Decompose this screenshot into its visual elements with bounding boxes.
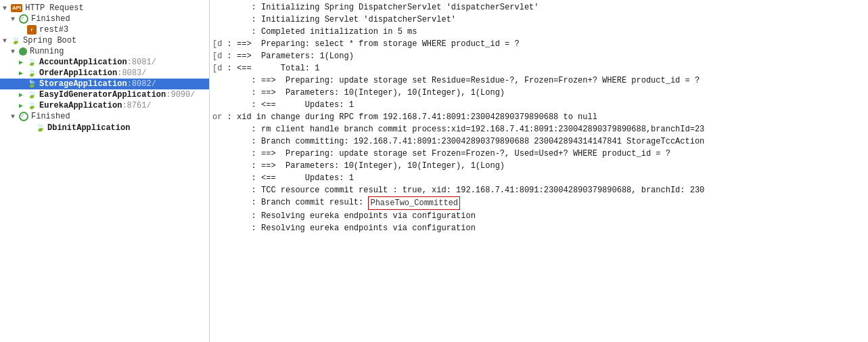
account-port-label: :8081/ [127,58,156,67]
eureka-app-label: EurekaApplication [39,101,122,110]
log-text-9: : <== Updates: 1 [212,99,354,111]
log-text-16: : TCC resource commit result : true, xid… [212,184,704,196]
http-request-label: HTTP Request [25,3,83,13]
rest-icon: r [27,25,37,35]
log-text-8: : ==> Parameters: 10(Integer), 10(Intege… [212,87,505,99]
log-text-12: : Branch committing: 192.168.7.41:8091:2… [212,135,704,148]
easyid-app-label: EasyIdGeneratorApplication [39,90,166,100]
finished-icon-1 [19,14,28,24]
arrow-spring: ▼ [3,37,11,45]
arrow-eureka: ▶ [19,102,27,110]
log-line-7: : ==> Preparing: update storage set Resi… [212,74,865,87]
log-line-8: : ==> Parameters: 10(Integer), 10(Intege… [212,87,865,99]
phase-two-committed-highlight: PhaseTwo_Committed [368,196,460,210]
log-line-9: : <== Updates: 1 [212,99,865,111]
log-panel: : Initializing Spring DispatcherServlet … [210,0,868,342]
eureka-icon: 🍃 [27,101,37,110]
spring-icon: 🍃 [11,36,20,45]
log-text-19: : Resolving eureka endpoints via configu… [212,222,476,234]
log-line-14: : ==> Parameters: 10(Integer), 10(Intege… [212,160,865,172]
log-line-1: : Initializing Spring DispatcherServlet … [212,1,865,14]
dbinit-icon: 🍃 [35,123,45,133]
tree-item-running[interactable]: ▼ Running [0,46,209,57]
arrow-easyid: ▶ [19,91,27,99]
log-text-7: : ==> Preparing: update storage set Resi… [212,74,700,87]
log-text-15: : <== Updates: 1 [212,172,354,184]
log-text-10: : xid in change during RPC from 192.168.… [222,111,597,123]
log-text-13: : ==> Preparing: update storage set Froz… [212,148,670,160]
arrow-order: ▶ [19,69,27,77]
log-line-4: [d : ==> Preparing: select * from storag… [212,38,865,50]
log-line-6: [d : <== Total: 1 [212,62,865,74]
spring-boot-label: Spring Boot [23,36,76,45]
log-text-3: : Completed initialization in 5 ms [212,26,417,38]
log-line-18: : Resolving eureka endpoints via configu… [212,210,865,222]
tree-item-finished-2[interactable]: ▼ Finished [0,111,209,122]
tree-item-http-request[interactable]: ▼ API HTTP Request [0,3,209,14]
tree-item-dbinit-app[interactable]: 🍃 DbinitApplication [0,122,209,133]
log-line-12: : Branch committing: 192.168.7.41:8091:2… [212,135,865,148]
dbinit-app-label: DbinitApplication [47,123,130,133]
log-text-17: : Branch commit result: [212,196,368,210]
eureka-port-label: :8761/ [122,101,151,110]
account-icon: 🍃 [27,58,37,67]
tree-item-storage-app[interactable]: 🍃 StorageApplication :8082/ [0,79,209,89]
arrow-finished-2: ▼ [11,113,19,121]
log-line-15: : <== Updates: 1 [212,172,865,184]
log-line-11: : rm client handle branch commit process… [212,123,865,135]
log-text-1: : Initializing Spring DispatcherServlet … [212,1,539,14]
log-bracket-5: [d [212,50,222,62]
log-text-5: : ==> Parameters: 1(Long) [222,50,353,62]
log-bracket-4: [d [212,38,222,50]
order-icon: 🍃 [27,68,37,78]
log-text-11: : rm client handle branch commit process… [212,123,704,135]
log-line-16: : TCC resource commit result : true, xid… [212,184,865,196]
tree-panel: ▼ API HTTP Request ▼ Finished r rest#3 ▼… [0,0,210,342]
log-line-2: : Initializing Servlet 'dispatcherServle… [212,14,865,26]
storage-app-label: StorageApplication [39,79,127,89]
running-icon [19,47,27,56]
arrow-account: ▶ [19,58,27,66]
log-line-10: or : xid in change during RPC from 192.1… [212,111,865,123]
tree-item-easyid-app[interactable]: ▶ 🍃 EasyIdGeneratorApplication :9090/ [0,89,209,100]
finished-icon-2 [19,112,28,121]
rest3-label: rest#3 [39,25,68,35]
log-text-2: : Initializing Servlet 'dispatcherServle… [212,14,456,26]
running-label: Running [30,47,64,56]
easyid-icon: 🍃 [27,90,37,100]
log-line-3: : Completed initialization in 5 ms [212,26,865,38]
finished-1-label: Finished [31,14,70,24]
log-line-17: : Branch commit result: PhaseTwo_Committ… [212,196,865,210]
order-port-label: :8083/ [117,68,146,78]
account-app-label: AccountApplication [39,58,127,67]
tree-item-order-app[interactable]: ▶ 🍃 OrderApplication :8083/ [0,68,209,79]
log-text-6: : <== Total: 1 [222,62,319,74]
log-line-13: : ==> Preparing: update storage set Froz… [212,148,865,160]
log-line-5: [d : ==> Parameters: 1(Long) [212,50,865,62]
tree-item-finished-1[interactable]: ▼ Finished [0,14,209,24]
storage-port-label: :8082/ [127,79,156,89]
log-text-4: : ==> Preparing: select * from storage W… [222,38,519,50]
storage-icon: 🍃 [27,79,37,89]
log-line-19: : Resolving eureka endpoints via configu… [212,222,865,234]
tree-item-eureka-app[interactable]: ▶ 🍃 EurekaApplication :8761/ [0,100,209,111]
log-text-18: : Resolving eureka endpoints via configu… [212,210,476,222]
http-icon: API [11,4,22,12]
arrow-finished-1: ▼ [11,16,19,23]
tree-item-account-app[interactable]: ▶ 🍃 AccountApplication :8081/ [0,57,209,68]
log-text-14: : ==> Parameters: 10(Integer), 10(Intege… [212,160,505,172]
finished-2-label: Finished [31,112,70,121]
log-prefix-10: or [212,111,222,123]
arrow-http: ▼ [3,5,11,12]
tree-item-rest3[interactable]: r rest#3 [0,24,209,35]
easyid-port-label: :9090/ [166,90,195,100]
order-app-label: OrderApplication [39,68,117,78]
arrow-running: ▼ [11,48,19,56]
log-bracket-6: [d [212,62,222,74]
tree-item-spring-boot[interactable]: ▼ 🍃 Spring Boot [0,35,209,46]
